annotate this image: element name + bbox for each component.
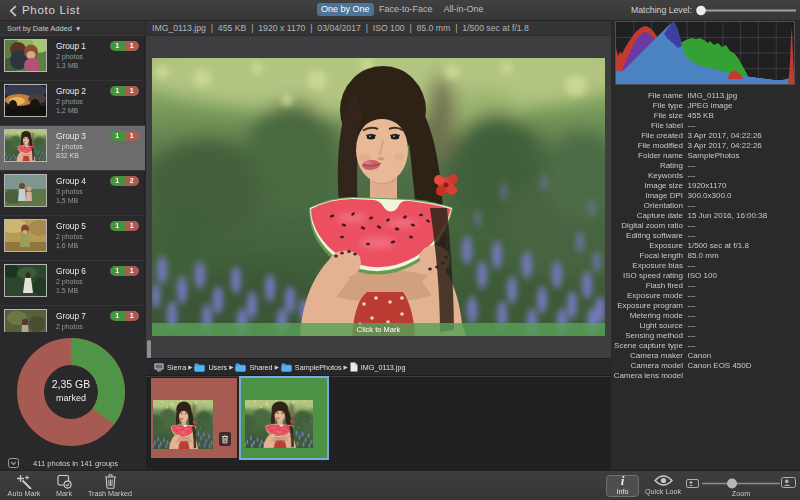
- svg-text:marked: marked: [56, 393, 86, 403]
- svg-text:2,35 GB: 2,35 GB: [52, 378, 91, 390]
